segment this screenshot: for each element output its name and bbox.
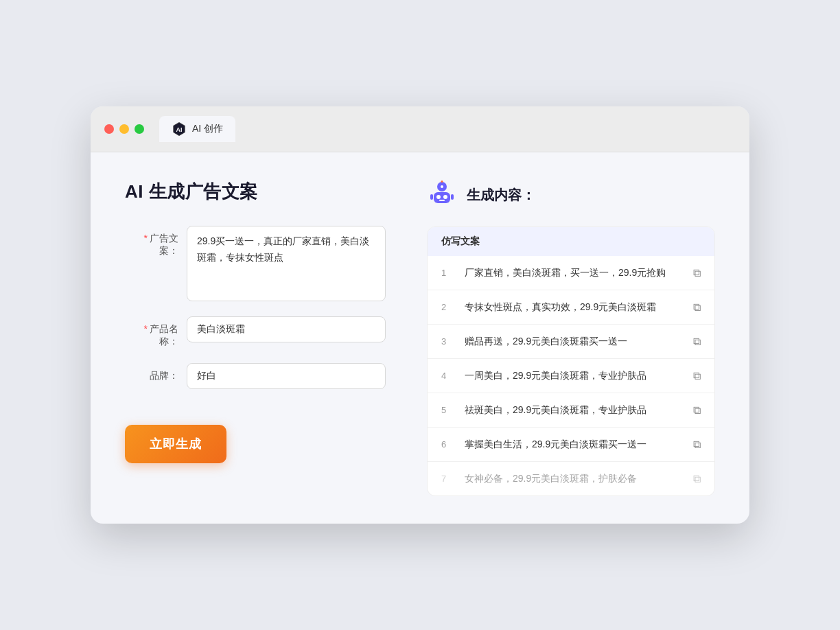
result-text: 厂家直销，美白淡斑霜，买一送一，29.9元抢购 (465, 266, 682, 280)
svg-point-7 (441, 185, 443, 188)
svg-text:AI: AI (176, 126, 183, 133)
result-row: 5祛斑美白，29.9元美白淡斑霜，专业护肤品⧉ (428, 393, 714, 428)
product-name-label: 产品名称： (125, 316, 187, 348)
result-number: 1 (441, 268, 454, 278)
copy-icon[interactable]: ⧉ (693, 404, 701, 417)
result-header: 生成内容： (427, 180, 715, 210)
svg-rect-6 (439, 200, 445, 201)
result-row: 6掌握美白生活，29.9元美白淡斑霜买一送一⧉ (428, 428, 714, 462)
result-number: 7 (441, 474, 454, 484)
main-content: AI 生成广告文案 广告文案： 产品名称： 品牌： 立即生成 (91, 152, 749, 524)
svg-rect-10 (430, 194, 433, 200)
minimize-button[interactable] (119, 124, 129, 134)
table-header: 仿写文案 (428, 227, 714, 256)
tab-label: AI 创作 (192, 123, 223, 135)
browser-window: AI AI 创作 AI 生成广告文案 广告文案： 产品名称： 品牌： (91, 106, 749, 524)
result-number: 5 (441, 405, 454, 415)
result-text: 赠品再送，29.9元美白淡斑霜买一送一 (465, 334, 682, 349)
product-name-input[interactable] (187, 316, 386, 342)
brand-input[interactable] (187, 363, 386, 389)
svg-point-9 (441, 180, 443, 183)
result-row: 3赠品再送，29.9元美白淡斑霜买一送一⧉ (428, 325, 714, 359)
result-text: 女神必备，29.9元美白淡斑霜，护肤必备 (465, 471, 682, 486)
svg-point-5 (443, 195, 447, 199)
ai-tab-icon: AI (172, 121, 187, 137)
brand-group: 品牌： (125, 363, 386, 389)
titlebar: AI AI 创作 (91, 106, 749, 152)
result-text: 掌握美白生活，29.9元美白淡斑霜买一送一 (465, 437, 682, 452)
brand-label: 品牌： (125, 363, 187, 382)
result-rows: 1厂家直销，美白淡斑霜，买一送一，29.9元抢购⧉2专抹女性斑点，真实功效，29… (428, 256, 714, 495)
result-number: 3 (441, 336, 454, 347)
generate-button[interactable]: 立即生成 (125, 425, 226, 463)
svg-point-4 (436, 195, 441, 199)
ad-copy-label: 广告文案： (125, 226, 187, 257)
result-title: 生成内容： (467, 186, 535, 205)
left-panel: AI 生成广告文案 广告文案： 产品名称： 品牌： 立即生成 (125, 180, 386, 496)
ad-copy-group: 广告文案： (125, 226, 386, 301)
result-table: 仿写文案 1厂家直销，美白淡斑霜，买一送一，29.9元抢购⧉2专抹女性斑点，真实… (427, 226, 715, 496)
page-title: AI 生成广告文案 (125, 180, 386, 204)
result-text: 专抹女性斑点，真实功效，29.9元美白淡斑霜 (465, 300, 682, 314)
copy-icon[interactable]: ⧉ (693, 370, 701, 382)
copy-icon[interactable]: ⧉ (693, 336, 701, 348)
result-text: 一周美白，29.9元美白淡斑霜，专业护肤品 (465, 369, 682, 383)
copy-icon[interactable]: ⧉ (693, 473, 701, 485)
maximize-button[interactable] (135, 124, 144, 134)
tab-ai-create[interactable]: AI AI 创作 (159, 116, 235, 142)
result-row: 7女神必备，29.9元美白淡斑霜，护肤必备⧉ (428, 462, 714, 495)
ad-copy-input[interactable] (187, 226, 386, 301)
svg-rect-11 (451, 194, 454, 200)
result-number: 6 (441, 439, 454, 450)
copy-icon[interactable]: ⧉ (693, 267, 701, 279)
result-row: 2专抹女性斑点，真实功效，29.9元美白淡斑霜⧉ (428, 290, 714, 325)
right-panel: 生成内容： 仿写文案 1厂家直销，美白淡斑霜，买一送一，29.9元抢购⧉2专抹女… (427, 180, 715, 496)
result-row: 4一周美白，29.9元美白淡斑霜，专业护肤品⧉ (428, 359, 714, 393)
svg-rect-3 (434, 192, 450, 203)
copy-icon[interactable]: ⧉ (693, 439, 701, 451)
result-row: 1厂家直销，美白淡斑霜，买一送一，29.9元抢购⧉ (428, 256, 714, 290)
product-name-group: 产品名称： (125, 316, 386, 348)
result-text: 祛斑美白，29.9元美白淡斑霜，专业护肤品 (465, 403, 682, 417)
result-number: 4 (441, 371, 454, 381)
traffic-lights (104, 124, 144, 134)
robot-icon (427, 180, 457, 210)
copy-icon[interactable]: ⧉ (693, 301, 701, 314)
result-number: 2 (441, 302, 454, 312)
close-button[interactable] (104, 124, 114, 134)
